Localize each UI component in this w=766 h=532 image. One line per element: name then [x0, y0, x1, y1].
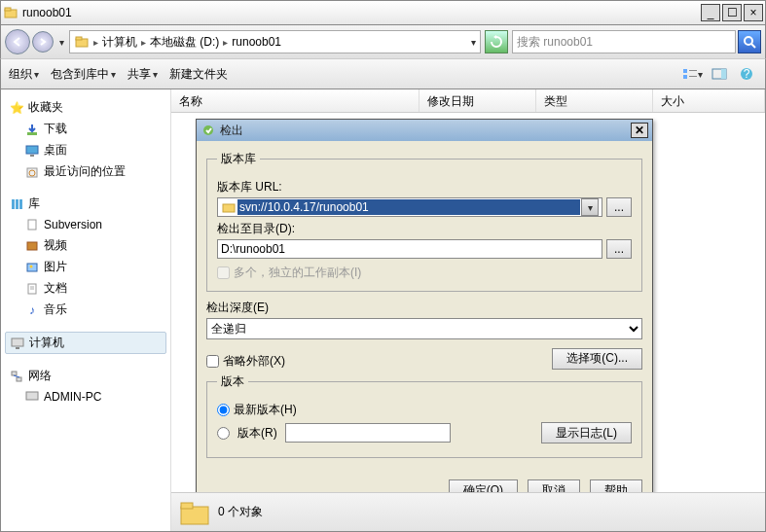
- dialog-close-button[interactable]: ✕: [631, 123, 648, 138]
- dir-browse-button[interactable]: ...: [606, 239, 632, 259]
- navigation-pane: ⭐收藏夹 下载 桌面 最近访问的位置 库 Subversion 视频 图片 文档…: [1, 89, 171, 531]
- choose-items-button[interactable]: 选择项(C)...: [552, 348, 642, 370]
- sidebar-item-music[interactable]: ♪音乐: [5, 300, 166, 320]
- svg-point-4: [745, 37, 752, 45]
- svg-rect-20: [16, 199, 18, 209]
- breadcrumb-sep[interactable]: [223, 35, 228, 49]
- dir-label: 检出至目录(D):: [217, 221, 632, 237]
- organize-menu[interactable]: 组织: [9, 66, 39, 83]
- nav-bar: 计算机 本地磁盘 (D:) runoob01 搜索 runoob01: [0, 25, 766, 58]
- forward-button[interactable]: [32, 31, 54, 53]
- url-dropdown-button[interactable]: [581, 198, 599, 216]
- column-date[interactable]: 修改日期: [419, 89, 536, 112]
- network-header[interactable]: 网络: [5, 366, 166, 386]
- head-label: 最新版本(H): [234, 402, 297, 418]
- checkout-dialog: 检出 ✕ 版本库 版本库 URL: svn://10.0.4.17/runoob…: [196, 119, 653, 512]
- breadcrumb-sep[interactable]: [93, 35, 98, 49]
- folder-icon: [74, 34, 90, 50]
- address-dropdown[interactable]: [471, 35, 476, 49]
- url-browse-button[interactable]: ...: [606, 197, 632, 217]
- music-icon: ♪: [24, 302, 40, 318]
- svg-text:?: ?: [744, 67, 750, 81]
- sidebar-item-adminpc[interactable]: ADMIN-PC: [5, 387, 166, 407]
- sidebar-item-recent[interactable]: 最近访问的位置: [5, 161, 166, 182]
- url-combo[interactable]: svn://10.0.4.17/runoob01: [217, 197, 602, 217]
- column-type[interactable]: 类型: [536, 89, 653, 112]
- sidebar-item-documents[interactable]: 文档: [5, 278, 166, 299]
- dir-input[interactable]: [217, 239, 602, 259]
- svg-rect-30: [16, 347, 19, 349]
- svg-rect-34: [26, 392, 38, 400]
- include-menu[interactable]: 包含到库中: [51, 66, 116, 83]
- show-log-button[interactable]: 显示日志(L): [541, 422, 632, 443]
- computer-header[interactable]: 计算机: [5, 332, 166, 354]
- folder-icon: [179, 499, 210, 526]
- breadcrumb-item[interactable]: 计算机: [102, 34, 137, 51]
- svg-rect-11: [721, 69, 726, 79]
- page-icon: [24, 217, 40, 232]
- sidebar-item-downloads[interactable]: 下载: [5, 119, 166, 139]
- minimize-button[interactable]: _: [701, 4, 720, 21]
- status-text: 0 个对象: [218, 504, 263, 520]
- maximize-button[interactable]: ☐: [722, 4, 742, 21]
- network-icon: [9, 369, 24, 384]
- folder-icon: [221, 199, 237, 215]
- breadcrumb-sep[interactable]: [141, 35, 146, 49]
- svg-rect-31: [12, 372, 17, 375]
- view-options-button[interactable]: [681, 64, 703, 84]
- revision-input[interactable]: [285, 423, 451, 443]
- checkout-icon: [201, 123, 216, 138]
- svg-rect-6: [683, 69, 687, 73]
- svg-rect-16: [30, 155, 34, 157]
- revision-radio[interactable]: [217, 427, 230, 440]
- sidebar-item-subversion[interactable]: Subversion: [5, 215, 166, 234]
- svg-rect-32: [17, 377, 21, 381]
- svg-rect-23: [27, 242, 37, 250]
- new-folder-button[interactable]: 新建文件夹: [169, 66, 228, 83]
- column-name[interactable]: 名称: [171, 89, 419, 112]
- nav-history-dropdown[interactable]: [55, 31, 67, 53]
- preview-pane-button[interactable]: [709, 64, 730, 84]
- url-value: svn://10.0.4.17/runoob01: [237, 199, 580, 215]
- sidebar-item-desktop[interactable]: 桌面: [5, 140, 166, 160]
- toolbar: 组织 包含到库中 共享 新建文件夹 ?: [0, 58, 766, 89]
- svg-rect-8: [683, 75, 687, 79]
- dialog-titlebar[interactable]: 检出 ✕: [197, 120, 652, 141]
- search-input[interactable]: 搜索 runoob01: [512, 30, 736, 53]
- star-icon: ⭐: [9, 100, 24, 116]
- picture-icon: [24, 260, 40, 275]
- window-titlebar: runoob01 _ ☐ ×: [0, 0, 766, 25]
- close-button[interactable]: ×: [744, 4, 763, 21]
- window-title: runoob01: [18, 6, 699, 19]
- favorites-header[interactable]: ⭐收藏夹: [5, 97, 166, 118]
- svg-rect-9: [689, 76, 697, 77]
- revision-label: 版本(R): [237, 425, 277, 442]
- libraries-header[interactable]: 库: [5, 194, 166, 214]
- breadcrumb-item[interactable]: 本地磁盘 (D:): [150, 34, 219, 51]
- video-icon: [24, 238, 40, 254]
- depth-label: 检出深度(E): [206, 300, 642, 316]
- search-button[interactable]: [738, 30, 761, 53]
- content-area: 名称 修改日期 类型 大小 检出 ✕ 版本库 版本库 URL:: [171, 89, 765, 531]
- column-size[interactable]: 大小: [653, 89, 765, 112]
- sidebar-item-pictures[interactable]: 图片: [5, 257, 166, 277]
- library-icon: [9, 196, 24, 212]
- share-menu[interactable]: 共享: [128, 66, 158, 83]
- omit-externals-checkbox[interactable]: [206, 355, 219, 368]
- svg-rect-36: [223, 204, 235, 212]
- revision-group: 版本 最新版本(H) 版本(R) 显示日志(L): [206, 373, 642, 458]
- head-radio[interactable]: [217, 404, 230, 416]
- multi-checkbox: [217, 266, 230, 279]
- back-button[interactable]: [5, 29, 30, 54]
- refresh-button[interactable]: [485, 30, 508, 53]
- sidebar-item-videos[interactable]: 视频: [5, 235, 166, 256]
- svg-point-35: [203, 125, 213, 135]
- repository-group: 版本库 版本库 URL: svn://10.0.4.17/runoob01 ..…: [206, 151, 642, 292]
- depth-select[interactable]: 全递归: [206, 318, 642, 339]
- breadcrumb-item[interactable]: runoob01: [232, 35, 281, 49]
- computer-icon: [24, 389, 40, 405]
- svg-rect-38: [181, 503, 193, 509]
- help-button[interactable]: ?: [736, 64, 757, 84]
- svg-rect-1: [5, 8, 11, 11]
- address-bar[interactable]: 计算机 本地磁盘 (D:) runoob01: [69, 30, 481, 53]
